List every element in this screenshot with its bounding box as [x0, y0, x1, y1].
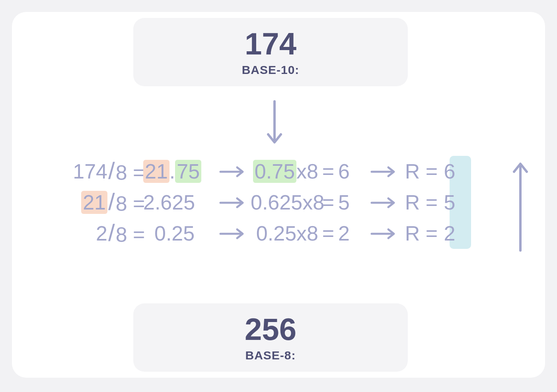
arrow-right-icon: [215, 190, 251, 214]
divide-by: /8 =: [107, 189, 143, 216]
remainder-label: R =: [402, 190, 438, 214]
input-pill: 174 BASE-10:: [133, 18, 408, 86]
remainder-label: R =: [402, 159, 438, 183]
step-row: 174 /8 = 21.75 0.75x8 = 6 R = 6: [32, 156, 525, 187]
equals: =: [318, 221, 338, 245]
arrow-right-icon: [366, 159, 402, 183]
diagram-card: 174 BASE-10: 174 /8 = 21.75 0.75x8 = 6: [12, 12, 545, 378]
divide-by: /8 =: [107, 220, 143, 247]
arrow-right-icon: [366, 190, 402, 214]
arrow-right-icon: [215, 221, 251, 245]
remainder-value: 2: [438, 221, 462, 245]
down-arrow-icon: [267, 99, 282, 149]
digit-value: 5: [338, 190, 366, 214]
input-value: 174: [145, 28, 396, 59]
output-value: 256: [145, 314, 396, 345]
remainder-label: R =: [402, 221, 438, 245]
arrow-right-icon: [366, 221, 402, 245]
fraction-times-base: 0.75x8: [251, 159, 318, 183]
equals: =: [318, 190, 338, 214]
quotient: 2.625: [143, 190, 215, 214]
step-row: 2 /8 = 0.25 0.25x8 = 2 R = 2: [32, 218, 525, 249]
dividend: 21: [32, 190, 107, 214]
output-base-label: BASE-8:: [145, 349, 396, 362]
quotient: 21.75: [143, 159, 215, 183]
equals: =: [318, 159, 338, 183]
divide-by: /8 =: [107, 158, 143, 185]
dividend: 174: [32, 159, 107, 183]
remainder-value: 6: [438, 159, 462, 183]
fraction-times-base: 0.625x8: [251, 190, 318, 214]
arrow-right-icon: [215, 159, 251, 183]
dividend: 2: [32, 221, 107, 245]
conversion-steps: 174 /8 = 21.75 0.75x8 = 6 R = 6 21 /8 = …: [32, 156, 525, 249]
digit-value: 2: [338, 221, 366, 245]
input-base-label: BASE-10:: [145, 63, 396, 77]
step-row: 21 /8 = 2.625 0.625x8 = 5 R = 5: [32, 187, 525, 218]
quotient: 0.25: [143, 221, 215, 245]
output-pill: 256 BASE-8:: [133, 303, 408, 372]
remainder-value: 5: [438, 190, 462, 214]
fraction-times-base: 0.25x8: [251, 221, 318, 245]
digit-value: 6: [338, 159, 366, 183]
